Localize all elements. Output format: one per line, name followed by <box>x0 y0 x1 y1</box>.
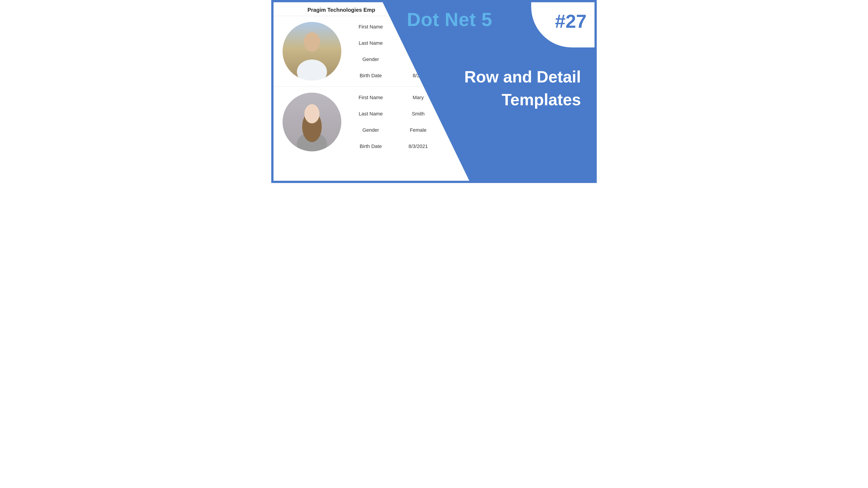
field-label: First Name <box>355 24 386 30</box>
field-gender: Gender Female <box>355 127 434 133</box>
field-first-name: First Name Mary <box>355 95 434 101</box>
headline-text: Dot Net 5 <box>407 8 492 31</box>
field-value: Smith <box>402 111 434 117</box>
employee-fields: First Name Mary Last Name Smith Gender F… <box>355 95 434 149</box>
field-label: Last Name <box>355 111 386 117</box>
avatar <box>283 93 341 151</box>
field-birth-date: Birth Date 8/3/2021 <box>355 143 434 149</box>
subtitle-line: Row and Detail <box>464 68 581 86</box>
slide-canvas: Pragim Technologies Emp First Name Last … <box>271 0 597 183</box>
subtitle-line: Templates <box>502 91 581 109</box>
field-label: Last Name <box>355 40 386 46</box>
field-label: Birth Date <box>355 143 386 149</box>
field-label: Gender <box>355 127 386 133</box>
field-label: First Name <box>355 95 386 101</box>
subtitle-text: Row and Detail Templates <box>464 66 581 111</box>
field-value: Female <box>402 127 434 133</box>
avatar <box>283 22 341 80</box>
episode-badge: #27 <box>555 10 587 32</box>
field-label: Birth Date <box>355 73 386 78</box>
field-last-name: Last Name Smith <box>355 111 434 117</box>
field-value: 8/3/2021 <box>402 143 434 149</box>
field-label: Gender <box>355 57 386 62</box>
